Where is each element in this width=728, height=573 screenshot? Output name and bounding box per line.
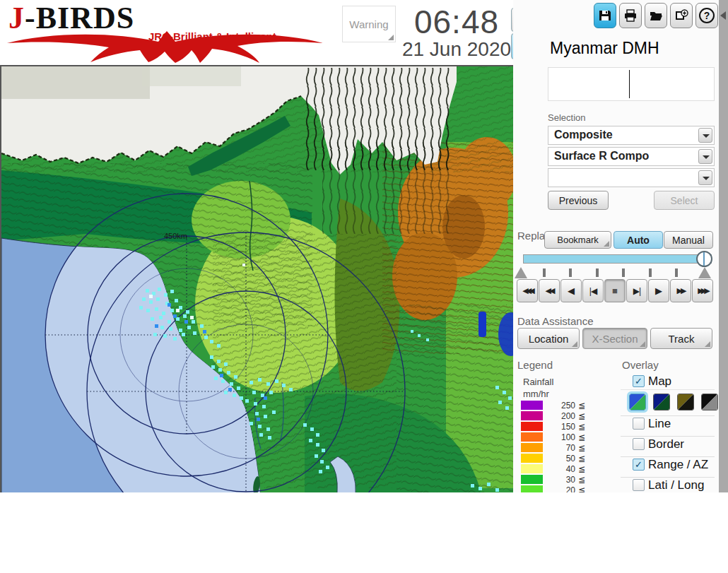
border-overlay-label: Border: [648, 437, 684, 451]
warning-label: Warning: [349, 18, 388, 30]
map-style-swatch-4[interactable]: [701, 394, 718, 410]
chevron-down-icon[interactable]: [698, 149, 712, 164]
legend-unit: mm/hr: [523, 389, 549, 399]
play-button[interactable]: ▶: [648, 279, 669, 302]
legend-swatch: [521, 475, 543, 484]
select-button[interactable]: Select: [654, 191, 715, 210]
legend-value: 20: [546, 485, 575, 492]
help-button[interactable]: ?: [695, 3, 718, 28]
auto-button[interactable]: Auto: [613, 231, 663, 249]
eagle-logo-icon: [4, 31, 326, 64]
check-icon: ✓: [635, 459, 642, 470]
legend-swatch: [521, 485, 543, 492]
stop-icon: ■: [612, 285, 618, 296]
legend-swatch: [521, 432, 543, 442]
legend-value: 200: [546, 411, 575, 421]
previous-label: Previous: [559, 195, 597, 206]
step-back-button[interactable]: |◀: [582, 279, 604, 302]
bookmark-grip-icon: [604, 241, 609, 247]
lati-long-checkbox[interactable]: [633, 479, 645, 491]
xsection-button[interactable]: X-Section: [582, 328, 647, 349]
legend-value: 70: [546, 443, 575, 453]
track-label: Track: [669, 333, 695, 345]
legend-operator: ≦: [578, 401, 585, 410]
chevron-down-icon[interactable]: [698, 170, 712, 185]
line-checkbox[interactable]: [633, 418, 645, 430]
jbirds-app: J-BIRDS JRC-Brilliant & Intelligent Rada…: [0, 0, 728, 573]
auto-label: Auto: [627, 235, 650, 246]
legend-operator: ≦: [578, 485, 585, 492]
map-checkbox[interactable]: ✓: [633, 375, 645, 387]
add-image-button[interactable]: [670, 3, 693, 28]
timeline-tick: [569, 268, 572, 277]
panel-collapse-strip[interactable]: [719, 0, 728, 492]
range-start-marker[interactable]: [515, 267, 527, 278]
range-ring-label: 450km: [164, 232, 187, 240]
add-image-icon: [674, 8, 688, 23]
separator: [621, 436, 715, 437]
rewind-button[interactable]: ◀◀: [539, 279, 560, 302]
replay-progress-handle[interactable]: [696, 251, 712, 267]
manual-button[interactable]: Manual: [664, 231, 713, 249]
play-icon: ▶: [655, 285, 662, 296]
line-overlay-label: Line: [648, 417, 671, 431]
legend-swatch: [521, 422, 543, 431]
product-group-value: Composite: [554, 129, 613, 141]
logo-birds: -BIRDS: [25, 1, 134, 35]
range-end-marker[interactable]: [698, 267, 711, 278]
product-type-value: Surface R Compo: [554, 150, 649, 163]
play-backward-button[interactable]: ◀: [560, 279, 582, 302]
print-icon: [623, 8, 638, 23]
previous-button[interactable]: Previous: [548, 191, 609, 210]
radar-map[interactable]: 450km: [0, 65, 513, 492]
map-style-swatch-3[interactable]: [677, 394, 694, 410]
stop-button[interactable]: ■: [604, 279, 626, 302]
warning-button[interactable]: Warning: [342, 6, 396, 42]
legend-operator: ≦: [578, 411, 585, 421]
location-button[interactable]: Location: [517, 328, 580, 349]
range-az-checkbox[interactable]: ✓: [633, 459, 645, 471]
product-option-combo[interactable]: [548, 168, 715, 187]
data-assistance-label: Data Assistance: [517, 315, 594, 327]
product-group-combo[interactable]: Composite: [548, 126, 715, 145]
legend-operator: ≦: [578, 464, 585, 474]
clock-time: 06:48: [403, 3, 510, 41]
bookmark-button[interactable]: Bookmark: [544, 231, 611, 249]
rewind-fast-button[interactable]: ◀◀◀: [517, 279, 538, 302]
chevron-down-icon[interactable]: [698, 128, 712, 143]
open-folder-button[interactable]: [645, 3, 667, 28]
xsection-label: X-Section: [592, 333, 638, 345]
map-style-swatch-1[interactable]: [629, 394, 646, 410]
forward-fast-icon: ▶▶▶: [698, 286, 707, 295]
legend-swatch: [521, 454, 543, 463]
forward-fast-button[interactable]: ▶▶▶: [692, 279, 713, 302]
lati-long-overlay-label: Lati / Long: [648, 478, 704, 492]
legend-swatch: [521, 401, 543, 410]
save-button[interactable]: [594, 3, 616, 28]
xsection-grip-icon: [640, 341, 645, 347]
select-label: Select: [671, 195, 698, 206]
timeline-tick: [543, 268, 546, 277]
legend-title: Rainfall: [523, 377, 553, 387]
step-forward-button[interactable]: ▶|: [626, 279, 647, 302]
bookmark-label: Bookmark: [557, 235, 599, 245]
map-style-swatch-2[interactable]: [653, 394, 670, 410]
forward-button[interactable]: ▶▶: [670, 279, 691, 302]
separator: [621, 415, 715, 416]
open-folder-icon: [649, 8, 663, 23]
legend-operator: ≦: [578, 432, 585, 442]
legend-label: Legend: [517, 359, 553, 371]
replay-progress-track[interactable]: [523, 254, 712, 264]
print-button[interactable]: [619, 3, 642, 28]
clock-date: 21 Jun 2020: [394, 38, 519, 61]
legend-operator: ≦: [578, 422, 585, 432]
logo-j: J: [8, 1, 25, 35]
help-icon: ?: [699, 8, 715, 23]
location-label: Location: [529, 333, 569, 345]
product-type-combo[interactable]: Surface R Compo: [548, 147, 715, 166]
legend-value: 30: [546, 475, 575, 485]
border-checkbox[interactable]: [633, 438, 645, 450]
track-button[interactable]: Track: [650, 328, 712, 349]
separator: [621, 389, 715, 390]
location-grip-icon: [572, 341, 577, 347]
